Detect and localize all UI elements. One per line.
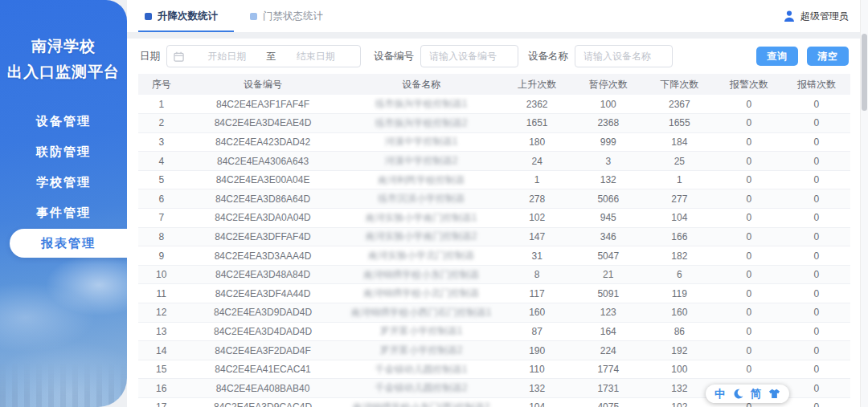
device-no-input[interactable] <box>420 45 518 67</box>
table-cell: 浔溪中学控制器2 <box>342 152 502 171</box>
column-header: 暂停次数 <box>572 74 644 95</box>
table-cell: 346 <box>572 227 644 246</box>
table-cell: 1651 <box>502 114 573 133</box>
table-cell: 5047 <box>572 246 644 266</box>
table-cell: 84C2E4EA3E00A04E <box>185 170 342 189</box>
user-icon <box>784 10 795 22</box>
table-cell: 0 <box>783 341 850 360</box>
table-cell: 1731 <box>572 379 644 398</box>
moon-icon[interactable] <box>733 389 743 399</box>
clear-button[interactable]: 清空 <box>807 47 849 66</box>
search-button[interactable]: 查询 <box>756 47 798 66</box>
table-row: 1184C2E4EA3DF4A44D南浔锦绣学校小北门控制器1175091119… <box>138 284 850 303</box>
end-date-input[interactable] <box>278 51 354 62</box>
table-cell: 浔溪中学控制器1 <box>342 132 502 152</box>
table-cell: 84C2E4EA4306A643 <box>185 152 342 171</box>
table-cell: 0 <box>715 360 783 379</box>
table-cell: 132 <box>502 379 573 398</box>
ime-toolbar[interactable]: 中 简 <box>706 385 789 403</box>
column-header: 上升次数 <box>502 74 573 95</box>
table-cell: 84C2E4EA3D48A84D <box>185 265 342 284</box>
date-range-separator: 至 <box>265 50 278 63</box>
table-cell: 4 <box>138 152 185 171</box>
table-cell: 0 <box>783 227 850 246</box>
table-cell: 84C2E4EA3D86A64D <box>185 189 342 209</box>
table-cell: 24 <box>502 152 573 171</box>
table-cell: 84C2E4EA3DA0A04D <box>185 209 342 228</box>
sidebar-item[interactable]: 设备管理 <box>0 106 127 136</box>
table-cell: 2367 <box>644 95 715 114</box>
table-cell: 84C2E4EA3D9DAD4D <box>185 303 342 323</box>
table-cell: 0 <box>715 95 783 114</box>
table-cell: 0 <box>783 95 850 114</box>
table-cell: 84C2E4EA423DAD42 <box>185 132 342 152</box>
tab-bullet-icon <box>145 13 152 20</box>
table-cell: 84C2E4EA408BAB40 <box>185 379 342 398</box>
start-date-input[interactable] <box>189 51 265 62</box>
table-cell: 100 <box>644 360 715 379</box>
table-cell: 1 <box>502 170 573 189</box>
table-cell: 84C2E4EA3D3AAA4D <box>185 246 342 266</box>
tab[interactable]: 升降次数统计 <box>145 0 218 32</box>
table-cell: 0 <box>783 246 850 266</box>
table-row: 1484C2E4EA3F2DAD4F罗开富小学控制器219022419200 <box>138 341 850 360</box>
sidebar-item[interactable]: 联防管理 <box>0 136 127 167</box>
table-cell: 0 <box>783 379 850 398</box>
table-cell: 千金镇幼儿园控制器2 <box>342 379 502 398</box>
table-cell: 南浔锦绣学校小北门控制器 <box>342 284 502 303</box>
column-header: 报错次数 <box>783 74 850 95</box>
table-cell: 224 <box>572 341 644 360</box>
table-cell: 7 <box>138 209 185 228</box>
vertical-scrollbar[interactable] <box>860 0 868 407</box>
table-cell: 1774 <box>572 360 644 379</box>
table-cell: 14 <box>138 341 185 360</box>
ime-language-toggle[interactable]: 中 <box>714 387 726 401</box>
table-cell: 278 <box>502 189 573 209</box>
table-cell: 84C2E4EA3D4EAE4D <box>185 114 342 133</box>
tab-bullet-icon <box>250 13 257 20</box>
table-cell: 277 <box>644 189 715 209</box>
table-cell: 13 <box>138 322 185 341</box>
date-label: 日期 <box>140 50 160 63</box>
sidebar-item[interactable]: 报表管理 <box>10 229 127 258</box>
table-cell: 100 <box>572 95 644 114</box>
shirt-icon[interactable] <box>768 389 780 399</box>
table-cell: 0 <box>783 170 850 189</box>
table-cell: 84C2E4EA3DF4A44D <box>185 284 342 303</box>
ime-simplified-toggle[interactable]: 简 <box>751 387 762 401</box>
table-header: 序号设备编号设备名称上升次数暂停次数下降次数报警次数报错次数 <box>138 74 850 95</box>
scrollbar-thumb[interactable] <box>862 34 867 111</box>
table-row: 1584C2E4EA41ECAC41千金镇幼儿园控制器1110177410000 <box>138 360 850 379</box>
table-cell: 6 <box>138 189 185 209</box>
table-cell: 84C2E4EA3D4DAD4D <box>185 322 342 341</box>
table-cell: 0 <box>715 227 783 246</box>
date-range-picker[interactable]: 至 <box>166 45 361 67</box>
sidebar: 南浔学校 出入口监测平台 设备管理联防管理学校管理事件管理报表管理 <box>0 0 127 407</box>
table-cell: 千金镇幼儿园控制器1 <box>342 360 502 379</box>
table-cell: 12 <box>138 303 185 323</box>
table-cell: 160 <box>502 303 573 323</box>
sidebar-item[interactable]: 学校管理 <box>0 167 127 197</box>
table-cell: 999 <box>572 132 644 152</box>
user-menu[interactable]: 超级管理员 <box>784 10 849 23</box>
table-cell: 2368 <box>572 114 644 133</box>
table-cell: 104 <box>502 398 573 407</box>
app-title: 南浔学校 出入口监测平台 <box>0 34 127 85</box>
table-cell: 3 <box>138 132 185 152</box>
table-cell: 132 <box>644 379 715 398</box>
sidebar-item[interactable]: 事件管理 <box>0 197 127 228</box>
tab[interactable]: 门禁状态统计 <box>250 0 323 32</box>
table-cell: 11 <box>138 284 185 303</box>
table-cell: 102 <box>644 398 715 407</box>
table-cell: 180 <box>502 132 573 152</box>
device-name-input[interactable] <box>575 45 673 67</box>
filter-row: 日期 至 设备编号 设备名称 <box>140 45 849 67</box>
table-cell: 5 <box>138 170 185 189</box>
table-cell: 2362 <box>502 95 573 114</box>
table-cell: 8 <box>138 227 185 246</box>
table-cell: 南浔利民学校控制器 <box>342 170 502 189</box>
table-cell: 5066 <box>572 189 644 209</box>
table-cell: 练市振兴学校控制器1 <box>342 95 502 114</box>
app-title-line1: 南浔学校 <box>0 34 127 59</box>
table-row: 184C2E4EA3F1FAF4F练市振兴学校控制器12362100236700 <box>138 95 850 114</box>
